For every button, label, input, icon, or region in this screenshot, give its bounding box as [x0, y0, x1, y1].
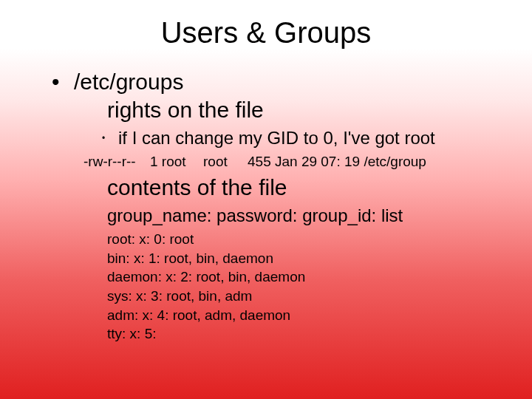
perm-size-date-path: 455 Jan 29 07: 19 /etc/group: [248, 154, 426, 170]
group-entry: sys: x: 3: root, bin, adm: [52, 287, 532, 306]
format-line: group_name: password: group_id: list: [52, 204, 532, 227]
contents-heading: contents of the file: [52, 174, 532, 201]
group-entry: root: x: 0: root: [52, 230, 532, 249]
group-entry: tty: x: 5:: [52, 324, 532, 344]
group-entry: adm: x: 4: root, adm, daemon: [52, 306, 532, 325]
rights-heading: rights on the file: [52, 97, 532, 123]
slide-title: Users & Groups: [0, 0, 532, 69]
perm-links-owner: 1 root: [150, 154, 203, 170]
bullet-icon: •: [102, 133, 118, 143]
sub-bullet-row: • if I can change my GID to 0, I've got …: [52, 128, 532, 149]
main-bullet-row: • /etc/groups: [52, 69, 532, 95]
permissions-line: -rw-r--r-- 1 root root 455 Jan 29 07: 19…: [52, 154, 532, 170]
main-bullet-text: /etc/groups: [74, 69, 183, 95]
group-entry: daemon: x: 2: root, bin, daemon: [52, 267, 532, 287]
sub-bullet-text: if I can change my GID to 0, I've got ro…: [118, 128, 435, 149]
perm-mode: -rw-r--r--: [83, 154, 150, 170]
slide-content: • /etc/groups rights on the file • if I …: [0, 69, 532, 344]
bullet-icon: •: [52, 69, 74, 95]
perm-group: root: [203, 154, 248, 170]
group-entry: bin: x: 1: root, bin, daemon: [52, 249, 532, 268]
